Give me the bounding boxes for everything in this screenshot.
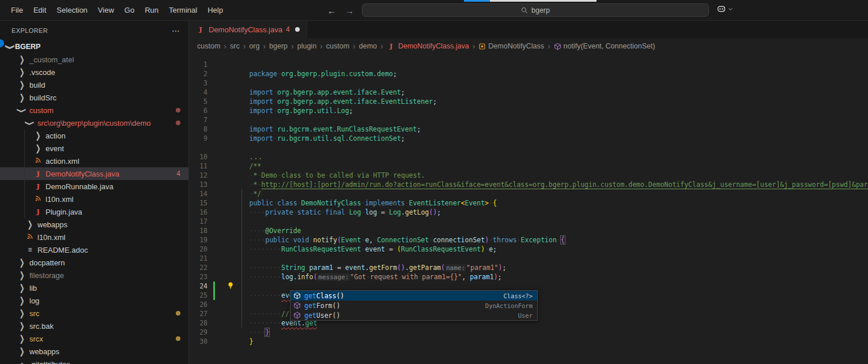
tree-item-webapps[interactable]: ❯webapps	[0, 345, 188, 358]
copilot-icon	[716, 4, 726, 14]
code-line[interactable]: 15····private·static·final·Log·log·=·Log…	[189, 198, 868, 208]
menu-go[interactable]: Go	[119, 0, 139, 21]
code-line[interactable]: 18····public·void·notify(Event·e,·Connec…	[189, 226, 868, 235]
tree-root-bgerp[interactable]: ❯ BGERP	[0, 40, 188, 53]
tree-item-l10n-xml[interactable]: l10n.xml	[0, 231, 188, 243]
tree-item-event[interactable]: ❯event	[0, 142, 188, 155]
indent-guide	[241, 189, 242, 328]
breadcrumb-item[interactable]: custom	[197, 42, 220, 50]
modified-dot	[176, 311, 180, 316]
menu-terminal[interactable]: Terminal	[164, 0, 202, 21]
tree-item-src[interactable]: ❯src	[0, 307, 188, 320]
unsaved-dot-icon[interactable]	[295, 27, 300, 32]
modified-dot	[176, 336, 180, 341]
code-line[interactable]: 14public·class·DemoNotifyClass·implement…	[189, 189, 868, 198]
code-line[interactable]: 3import·org.bgerp.app.event.iface.Event;	[189, 78, 868, 88]
lightbulb-icon[interactable]	[227, 282, 235, 290]
back-arrow-icon[interactable]: ←	[327, 6, 336, 16]
line-number: 27	[189, 309, 207, 318]
tree-item-log[interactable]: ❯log	[0, 294, 188, 307]
modified-dot	[176, 121, 180, 125]
suggestion-getuser[interactable]: getUser() User	[290, 310, 537, 320]
suggestion-getclass[interactable]: getClass() Class<?>	[290, 291, 537, 301]
breadcrumb-item[interactable]: custom	[326, 42, 349, 50]
code-line[interactable]: 8import·ru.bgcrm.util.sql.ConnectionSet;	[189, 125, 868, 134]
code-line[interactable]: 16	[189, 208, 868, 217]
forward-arrow-icon[interactable]: →	[345, 6, 354, 16]
code-line[interactable]: 9	[189, 134, 868, 143]
code-line[interactable]: 29}	[189, 328, 868, 337]
search-input[interactable]: bgerp	[362, 3, 709, 17]
code-line[interactable]: 23	[189, 272, 868, 282]
tree-item--custom-atel[interactable]: ❯_custom_atel	[0, 53, 188, 66]
code-line[interactable]: 1package·org.bgerp.plugin.custom.demo;	[189, 60, 868, 69]
breadcrumb-item[interactable]: src	[230, 42, 240, 50]
tree-item-lib[interactable]: ❯lib	[0, 282, 188, 294]
code-line[interactable]: 24········event.get	[189, 282, 868, 291]
tree-item-l10n-xml[interactable]: l10n.xml	[0, 193, 188, 205]
tree-item-webapps[interactable]: ❯webapps	[0, 218, 188, 231]
code-line[interactable]: 7import·ru.bgcrm.event.RunClassRequestEv…	[189, 115, 868, 125]
menu-view[interactable]: View	[93, 0, 119, 21]
line-number: 5	[189, 97, 207, 106]
code-line[interactable]: 17····@Override	[189, 217, 868, 226]
tree-item-srcx[interactable]: ❯srcx	[0, 332, 188, 345]
code-line[interactable]: 12·*·http://[host]:[port]/admin/run.do?a…	[189, 171, 868, 180]
code-line[interactable]: ...	[189, 143, 868, 152]
menu-selection[interactable]: Selection	[51, 0, 92, 21]
breadcrumb-item[interactable]: JDemoNotifyClass.java	[387, 42, 469, 50]
code-line[interactable]: 22········log.info(message:"Got·request·…	[189, 263, 868, 272]
breadcrumb-separator: ›	[548, 42, 550, 51]
xml-file-icon	[25, 233, 35, 241]
tree-item-build[interactable]: ❯build	[0, 78, 188, 91]
code-line[interactable]: 4import·org.bgerp.app.event.iface.EventL…	[189, 88, 868, 97]
chevron-down-icon: ❯	[5, 42, 16, 51]
breadcrumb-item[interactable]: demo	[359, 42, 377, 50]
code-line[interactable]: 6	[189, 106, 868, 115]
tree-item-filestorage[interactable]: ❯filestorage	[0, 269, 188, 282]
tree-item-src-org-bgerp-plugin-custom-demo[interactable]: ❯src\org\bgerp\plugin\custom\demo	[0, 117, 188, 129]
tree-item-demonotifyclass-java[interactable]: JDemoNotifyClass.java4	[0, 167, 188, 180]
tree-item-readme-adoc[interactable]: ≡README.adoc	[0, 243, 188, 256]
menu-file[interactable]: File	[6, 0, 28, 21]
code-line[interactable]: 10/**	[189, 152, 868, 162]
menu-run[interactable]: Run	[139, 0, 164, 21]
suggestion-getform[interactable]: getForm() DynActionForm	[290, 301, 537, 310]
tree-item-docpattern[interactable]: ❯docpattern	[0, 256, 188, 269]
copilot-button[interactable]	[716, 4, 733, 14]
tab-demonotifyclass[interactable]: J DemoNotifyClass.java 4	[189, 21, 307, 38]
breadcrumb-item[interactable]: DemoNotifyClass	[478, 42, 544, 50]
code-line[interactable]: 19········RunClassRequestEvent·event·=·(…	[189, 235, 868, 245]
code-line[interactable]: 11·*·Demo·class·to·be·called·via·HTTP·re…	[189, 162, 868, 171]
tree-item-demorunnable-java[interactable]: JDemoRunnable.java	[0, 180, 188, 193]
code-line[interactable]: 21········String·param1·=·event.getForm(…	[189, 254, 868, 263]
breadcrumb-item[interactable]: org	[249, 42, 259, 50]
menu-edit[interactable]: Edit	[28, 0, 51, 21]
breadcrumb-item[interactable]: bgerp	[269, 42, 288, 50]
breadcrumb-item[interactable]: plugin	[297, 42, 316, 50]
code-line[interactable]: 2	[189, 69, 868, 78]
tree-item-plugin-java[interactable]: JPlugin.java	[0, 205, 188, 218]
code-line[interactable]: 13·*/	[189, 180, 868, 189]
autocomplete-popup: getClass() Class<?> getForm() DynActionF…	[290, 290, 538, 321]
java-file-icon: J	[33, 183, 43, 190]
tree-item--vscode[interactable]: ❯.vscode	[0, 66, 188, 78]
breadcrumb: custom›src›org›bgerp›plugin›custom›demo›…	[189, 38, 868, 54]
tree-item-action[interactable]: ❯action	[0, 129, 188, 142]
code-line[interactable]: 30	[189, 337, 868, 346]
explorer-actions-button[interactable]: ⋯	[172, 26, 180, 35]
tree-item-custom[interactable]: ❯custom	[0, 104, 188, 117]
tree-item--gitattributes[interactable]: ◆.gitattributes	[0, 358, 188, 364]
code-line[interactable]: 5import·org.bgerp.util.Log;	[189, 97, 868, 106]
tree-item-action-xml[interactable]: action.xml	[0, 155, 188, 167]
java-file-icon: J	[33, 208, 43, 216]
menu-help[interactable]: Help	[202, 0, 228, 21]
breadcrumb-item[interactable]: notify(Event, ConnectionSet)	[554, 42, 655, 50]
chevron-down-icon: ❯	[25, 118, 35, 127]
code-line[interactable]: 20	[189, 245, 868, 254]
breadcrumb-separator: ›	[263, 42, 266, 51]
tree-item-buildsrc[interactable]: ❯buildSrc	[0, 91, 188, 104]
tree-indent-guide	[24, 129, 25, 218]
tree-item-src-bak[interactable]: ❯src.bak	[0, 320, 188, 332]
xml-file-icon	[33, 157, 43, 165]
